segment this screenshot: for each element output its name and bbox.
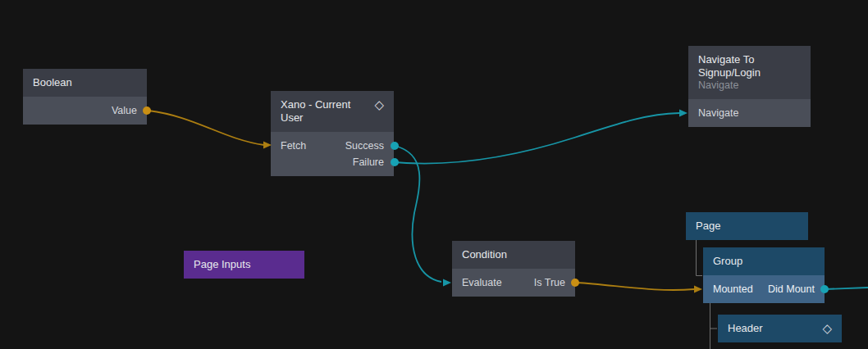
connection-xano-failure-to-navigate[interactable] (391, 110, 688, 167)
port-fetch-input[interactable]: Fetch (281, 138, 306, 154)
node-navigate-header: Navigate To Signup/Login Navigate (688, 46, 811, 99)
hierarchy-line-page-group (697, 240, 703, 276)
hierarchy-line-group-header (710, 303, 718, 349)
port-is-true-output[interactable]: Is True (534, 274, 565, 291)
connection-group-did-mount-offscreen[interactable] (820, 285, 868, 293)
node-xano-current-user[interactable]: Xano - Current User ◇ Fetch Success Fail… (271, 91, 394, 176)
node-title: Group (713, 255, 742, 268)
node-xano-header: Xano - Current User ◇ (271, 91, 394, 132)
node-condition[interactable]: Condition Evaluate Is True (452, 241, 575, 297)
node-group[interactable]: Group Mounted Did Mount (703, 247, 825, 303)
node-editor-canvas[interactable]: Boolean Value Xano - Current User ◇ Fetc… (0, 0, 868, 349)
node-xano-ports: Fetch Success Failure (271, 132, 394, 176)
node-boolean-ports: Value (23, 97, 147, 125)
node-title: Page (696, 220, 720, 233)
node-title: Condition (462, 248, 507, 261)
port-failure-output[interactable]: Failure (353, 154, 384, 170)
node-boolean[interactable]: Boolean Value (23, 69, 147, 125)
input-port-arrow (694, 286, 702, 293)
node-group-header: Group (703, 247, 825, 275)
node-title: Xano - Current User (281, 98, 363, 125)
node-navigate-to-signup-login[interactable]: Navigate To Signup/Login Navigate Naviga… (688, 46, 811, 127)
node-title: Header (728, 322, 763, 335)
port-evaluate-input[interactable]: Evaluate (462, 274, 502, 291)
port-value-output[interactable]: Value (112, 102, 137, 119)
port-success-output[interactable]: Success (345, 138, 384, 154)
node-condition-header: Condition (452, 241, 575, 269)
node-page[interactable]: Page (686, 212, 808, 240)
connection-boolean-value-to-xano-fetch[interactable] (143, 107, 272, 149)
node-boolean-header: Boolean (23, 69, 147, 97)
node-page-header: Page (686, 212, 808, 240)
port-mounted-input[interactable]: Mounted (713, 281, 753, 297)
node-header-header: Header ◇ (718, 315, 842, 342)
port-navigate-input[interactable]: Navigate (698, 105, 738, 121)
port-did-mount-output[interactable]: Did Mount (768, 281, 815, 297)
node-group-ports: Mounted Did Mount (703, 275, 825, 303)
component-diamond-icon: ◇ (374, 98, 384, 111)
node-header[interactable]: Header ◇ (718, 315, 842, 342)
node-title: Boolean (33, 76, 72, 89)
node-page-inputs-header: Page Inputs (184, 251, 304, 279)
node-condition-ports: Evaluate Is True (452, 269, 575, 297)
node-subtitle: Navigate (698, 79, 801, 92)
connection-xano-success-to-condition-evaluate[interactable] (391, 142, 451, 287)
node-title: Navigate To Signup/Login (698, 53, 795, 79)
input-port-arrow (443, 279, 451, 287)
node-title: Page Inputs (194, 258, 250, 271)
node-navigate-ports: Navigate (688, 99, 811, 127)
component-diamond-icon: ◇ (822, 322, 832, 335)
connection-condition-is-true-to-group-mounted[interactable] (571, 279, 702, 293)
input-port-arrow (679, 110, 688, 117)
node-page-inputs[interactable]: Page Inputs (184, 251, 304, 279)
